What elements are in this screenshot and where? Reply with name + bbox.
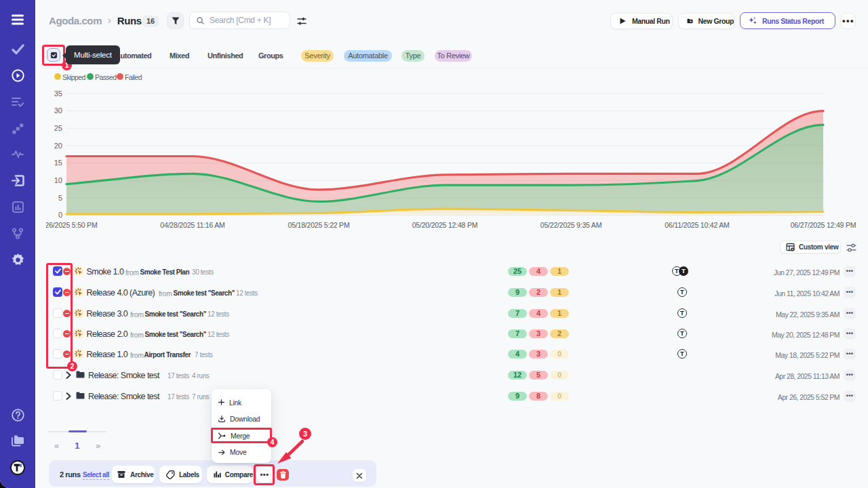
- svg-text:20: 20: [54, 142, 62, 150]
- svg-text:35: 35: [54, 89, 62, 98]
- svg-text:10: 10: [54, 176, 62, 184]
- svg-text:06/11/2025 10:42 AM: 06/11/2025 10:42 AM: [665, 221, 729, 229]
- svg-text:05/18/2025 5:22 PM: 05/18/2025 5:22 PM: [288, 221, 350, 229]
- svg-text:25: 25: [54, 124, 62, 132]
- svg-text:06/27/2025 12:49 PM: 06/27/2025 12:49 PM: [791, 221, 856, 229]
- svg-text:0: 0: [58, 211, 62, 219]
- svg-text:15: 15: [54, 159, 62, 167]
- svg-text:05/20/2025 12:48 PM: 05/20/2025 12:48 PM: [412, 221, 478, 229]
- svg-text:30: 30: [54, 106, 62, 115]
- svg-text:5: 5: [58, 194, 62, 202]
- svg-text:04/28/2025 11:16 AM: 04/28/2025 11:16 AM: [160, 221, 224, 229]
- svg-text:05/22/2025 9:35 AM: 05/22/2025 9:35 AM: [540, 221, 601, 229]
